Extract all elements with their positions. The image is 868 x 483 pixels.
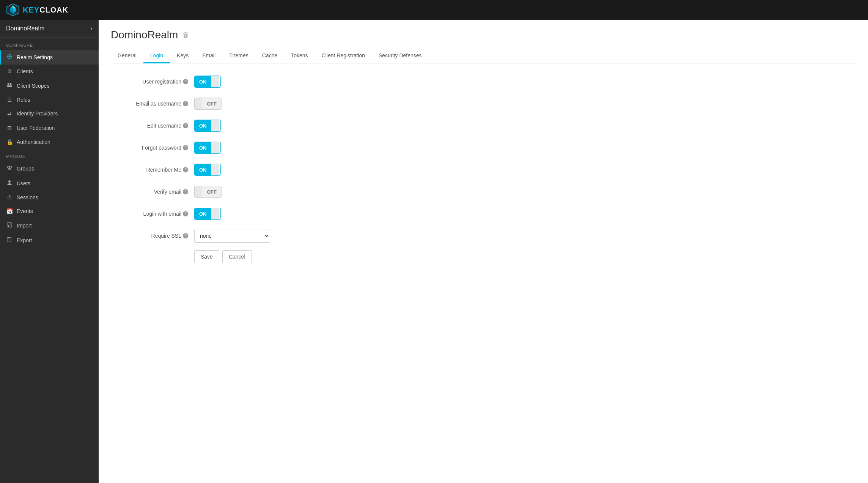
forgot-password-toggle[interactable]: ON — [194, 142, 221, 154]
tab-client-registration[interactable]: Client Registration — [315, 49, 372, 63]
sidebar-item-label-export: Export — [17, 237, 32, 243]
sidebar-item-import[interactable]: Import — [0, 218, 99, 233]
form-actions: Save Cancel — [111, 250, 414, 263]
toggle-spacer — [211, 76, 219, 87]
sidebar-item-user-federation[interactable]: User Federation — [0, 120, 99, 135]
user-registration-row: User registration ? ON — [111, 74, 414, 89]
email-as-username-toggle[interactable]: OFF — [194, 98, 222, 110]
verify-email-help-icon[interactable]: ? — [183, 189, 188, 194]
sidebar-item-identity-providers[interactable]: ⇄ Identity Providers — [0, 107, 99, 120]
login-with-email-toggle[interactable]: ON — [194, 208, 221, 220]
realm-selector[interactable]: DominoRealm ▾ — [0, 20, 99, 38]
toggle-on-label: ON — [195, 76, 211, 87]
sidebar-item-roles[interactable]: ☰ Roles — [0, 93, 99, 107]
edit-username-toggle[interactable]: ON — [194, 120, 221, 132]
email-as-username-label: Email as username ? — [111, 101, 194, 107]
toggle-on-label: ON — [195, 164, 211, 175]
tab-keys[interactable]: Keys — [170, 49, 195, 63]
keycloak-logo-icon — [6, 3, 20, 17]
chevron-down-icon: ▾ — [90, 26, 93, 31]
tabs-bar: General Login Keys Email Themes Cache To… — [111, 49, 856, 63]
sidebar-item-export[interactable]: Export — [0, 233, 99, 248]
email-as-username-help-icon[interactable]: ? — [183, 101, 188, 106]
sidebar-item-sessions[interactable]: ⏱ Sessions — [0, 191, 99, 204]
verify-email-row: Verify email ? OFF — [111, 184, 414, 199]
require-ssl-row: Require SSL ? none external all — [111, 228, 414, 243]
svg-point-11 — [8, 83, 9, 85]
sidebar-item-label-user-federation: User Federation — [17, 125, 55, 131]
tab-email[interactable]: Email — [195, 49, 222, 63]
sidebar-item-label-clients: Clients — [17, 68, 33, 74]
authentication-icon: 🔒 — [6, 139, 13, 145]
toggle-on-label: ON — [195, 142, 211, 153]
realm-settings-icon — [6, 54, 13, 61]
verify-email-toggle[interactable]: OFF — [194, 186, 222, 198]
logo-text: KEYCLOAK — [23, 6, 68, 14]
logo: KEYCLOAK — [6, 3, 68, 17]
forgot-password-help-icon[interactable]: ? — [183, 145, 188, 150]
client-scopes-icon — [6, 82, 13, 89]
identity-providers-icon: ⇄ — [6, 110, 13, 117]
tab-login[interactable]: Login — [143, 49, 170, 63]
roles-icon: ☰ — [6, 97, 13, 103]
login-with-email-row: Login with email ? ON — [111, 206, 414, 221]
page-title-row: DominoRealm 🗑 — [111, 29, 856, 41]
content-area: DominoRealm 🗑 General Login Keys Email T… — [99, 20, 868, 483]
sidebar-item-label-import: Import — [17, 223, 32, 229]
sidebar-item-realm-settings[interactable]: Realm Settings — [0, 50, 99, 65]
tab-cache[interactable]: Cache — [255, 49, 284, 63]
tab-general[interactable]: General — [111, 49, 143, 63]
svg-rect-10 — [9, 54, 10, 59]
require-ssl-help-icon[interactable]: ? — [183, 233, 188, 238]
require-ssl-select[interactable]: none external all — [194, 229, 270, 243]
svg-point-20 — [11, 166, 12, 168]
remember-me-help-icon[interactable]: ? — [183, 167, 188, 172]
edit-username-row: Edit username ? ON — [111, 118, 414, 133]
user-registration-toggle[interactable]: ON — [194, 76, 221, 88]
toggle-on-label: ON — [195, 208, 211, 219]
users-icon — [6, 180, 13, 187]
user-registration-label: User registration ? — [111, 79, 194, 85]
svg-marker-3 — [10, 8, 13, 11]
require-ssl-label: Require SSL ? — [111, 233, 194, 239]
sidebar-item-client-scopes[interactable]: Client Scopes — [0, 78, 99, 93]
sidebar-item-label-client-scopes: Client Scopes — [17, 83, 49, 89]
sidebar-item-label-events: Events — [17, 208, 33, 214]
remember-me-row: Remember Me ? ON — [111, 162, 414, 177]
sidebar-item-events[interactable]: 📅 Events — [0, 204, 99, 218]
verify-email-label: Verify email ? — [111, 189, 194, 195]
tab-tokens[interactable]: Tokens — [284, 49, 314, 63]
sidebar-item-users[interactable]: Users — [0, 176, 99, 191]
sidebar-item-label-roles: Roles — [17, 97, 30, 103]
sidebar-item-groups[interactable]: Groups — [0, 161, 99, 176]
save-button[interactable]: Save — [194, 250, 219, 263]
login-with-email-help-icon[interactable]: ? — [183, 211, 188, 216]
toggle-off-label: OFF — [202, 186, 221, 197]
tab-security-defenses[interactable]: Security Defenses — [372, 49, 429, 63]
events-icon: 📅 — [6, 208, 13, 214]
toggle-on-label: ON — [195, 120, 211, 131]
toggle-spacer — [195, 186, 202, 197]
toggle-spacer — [195, 98, 202, 109]
manage-section-label: Manage — [0, 149, 99, 161]
sidebar-item-authentication[interactable]: 🔒 Authentication — [0, 135, 99, 149]
edit-username-label: Edit username ? — [111, 123, 194, 129]
tab-themes[interactable]: Themes — [222, 49, 255, 63]
clients-icon: 🖥 — [6, 68, 13, 74]
configure-section-label: Configure — [0, 38, 99, 50]
sidebar-item-clients[interactable]: 🖥 Clients — [0, 65, 99, 78]
user-registration-help-icon[interactable]: ? — [183, 79, 188, 84]
svg-point-21 — [8, 180, 11, 183]
svg-point-14 — [9, 85, 12, 87]
sidebar-item-label-authentication: Authentication — [17, 139, 50, 145]
sidebar: DominoRealm ▾ Configure Realm Settings 🖥… — [0, 20, 99, 483]
toggle-spacer — [211, 208, 219, 219]
delete-realm-icon[interactable]: 🗑 — [182, 31, 189, 39]
page-title: DominoRealm — [111, 29, 178, 41]
edit-username-help-icon[interactable]: ? — [183, 123, 188, 128]
sidebar-item-label-identity-providers: Identity Providers — [17, 110, 58, 117]
forgot-password-row: Forgot password ? ON — [111, 140, 414, 155]
remember-me-toggle[interactable]: ON — [194, 164, 221, 176]
user-federation-icon — [6, 124, 13, 131]
cancel-button[interactable]: Cancel — [222, 250, 252, 263]
